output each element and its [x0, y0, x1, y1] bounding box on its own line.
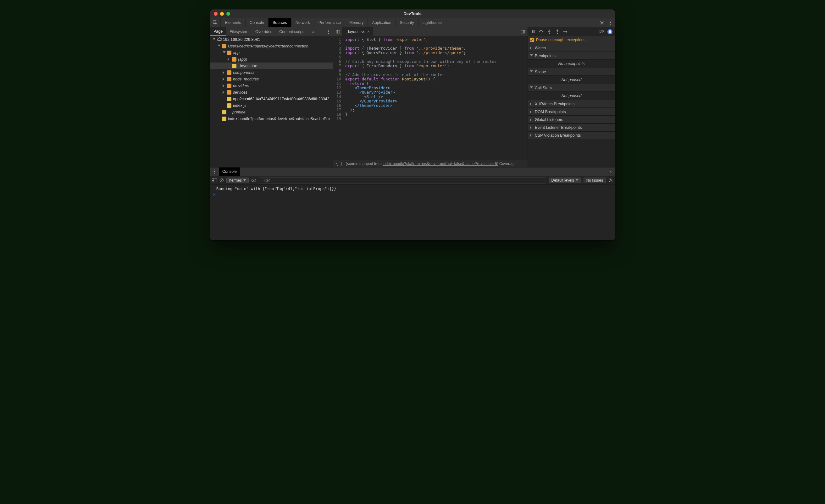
issues-button[interactable]: No Issues: [584, 177, 606, 183]
svg-point-37: [610, 179, 611, 181]
tree-label: app?ctx=f63d4a7484f499117c4cf80a4d9386df…: [233, 97, 329, 101]
console-settings-icon[interactable]: [608, 178, 613, 183]
section-xhr[interactable]: XHR/fetch Breakpoints: [528, 100, 615, 108]
expand-arrow-icon[interactable]: [218, 45, 221, 48]
titlebar: DevTools: [210, 9, 615, 18]
pause-on-caught-checkbox-row[interactable]: Pause on caught exceptions: [528, 36, 615, 44]
editor-tabbar: _layout.tsx ×: [333, 27, 528, 36]
pause-on-caught-checkbox[interactable]: [530, 38, 534, 42]
drawer-close-icon[interactable]: ×: [606, 167, 615, 176]
kebab-menu-icon[interactable]: [606, 18, 615, 27]
svg-line-7: [603, 23, 603, 24]
navigator-overflow[interactable]: »: [309, 27, 318, 36]
svg-line-34: [220, 179, 223, 182]
drawer-tab-console[interactable]: Console: [219, 167, 240, 176]
source-map-link[interactable]: index.bundle?platform=ios&dev=true&hot=f…: [383, 162, 497, 166]
editor-tab-layout[interactable]: _layout.tsx ×: [343, 27, 373, 36]
svg-point-28: [564, 31, 565, 32]
expand-arrow-icon: [223, 104, 226, 107]
code-editor[interactable]: 12345678910111213141516171819 import { S…: [333, 36, 528, 160]
tree-label: index.bundle?platform=ios&dev=true&hot=f…: [228, 116, 330, 121]
subtab-filesystem[interactable]: Filesystem: [226, 27, 252, 36]
tab-lighthouse[interactable]: Lighthouse: [419, 18, 446, 27]
section-event[interactable]: Event Listener Breakpoints: [528, 123, 615, 131]
tab-memory[interactable]: Memory: [345, 18, 368, 27]
section-dom[interactable]: DOM Breakpoints: [528, 108, 615, 116]
close-tab-icon[interactable]: ×: [367, 29, 370, 34]
pause-icon[interactable]: [530, 29, 535, 34]
step-icon[interactable]: [563, 29, 568, 34]
file-tree[interactable]: 192.168.86.229:8081Users/cedric/Projects…: [210, 36, 333, 167]
section-watch[interactable]: Watch: [528, 44, 615, 52]
tree-folder[interactable]: app: [210, 49, 333, 56]
tree-file[interactable]: index.js: [210, 102, 333, 109]
tree-file[interactable]: index.bundle?platform=ios&dev=true&hot=f…: [210, 115, 333, 122]
section-callstack[interactable]: Call Stack: [528, 84, 615, 92]
section-scope[interactable]: Scope: [528, 68, 615, 76]
tree-folder[interactable]: components: [210, 69, 333, 76]
tree-folder[interactable]: providers: [210, 82, 333, 89]
tab-performance[interactable]: Performance: [314, 18, 346, 27]
tab-sources[interactable]: Sources: [269, 18, 291, 27]
step-over-icon[interactable]: [539, 29, 544, 34]
folder-icon: [227, 84, 231, 88]
expand-arrow-icon[interactable]: [223, 84, 226, 87]
section-breakpoints[interactable]: Breakpoints: [528, 52, 615, 60]
console-filter-input[interactable]: [259, 177, 546, 183]
tab-security[interactable]: Security: [396, 18, 419, 27]
tree-folder[interactable]: Users/cedric/Projects/bycedric/techconne…: [210, 43, 333, 49]
expand-arrow-icon[interactable]: [223, 91, 226, 94]
execution-context-selector[interactable]: hermes: [226, 177, 249, 183]
folder-icon: [222, 44, 226, 49]
toggle-navigator-icon[interactable]: [333, 27, 343, 36]
tree-folder[interactable]: (app): [210, 56, 333, 63]
drawer-kebab-icon[interactable]: [210, 167, 219, 176]
toggle-debugger-icon[interactable]: [518, 27, 528, 36]
pause-exceptions-icon[interactable]: [607, 29, 612, 34]
svg-line-43: [612, 181, 612, 182]
subtab-page[interactable]: Page: [210, 27, 226, 36]
log-level-selector[interactable]: Default levels: [549, 177, 581, 183]
tree-file[interactable]: __prelude__: [210, 109, 333, 115]
expand-arrow-icon[interactable]: [223, 78, 226, 81]
code-content[interactable]: import { Slot } from 'expo-router';impor…: [343, 36, 528, 160]
deactivate-breakpoints-icon[interactable]: [599, 29, 604, 34]
settings-gear-icon[interactable]: [597, 18, 606, 27]
navigator-kebab-icon[interactable]: [324, 27, 333, 36]
expand-arrow-icon: [223, 97, 226, 100]
tree-label: (app): [238, 57, 247, 62]
file-icon: [227, 103, 231, 108]
tree-folder[interactable]: node_modules: [210, 76, 333, 82]
step-out-icon[interactable]: [555, 29, 560, 34]
tree-origin[interactable]: 192.168.86.229:8081: [210, 36, 333, 43]
pretty-print-icon[interactable]: { }: [336, 162, 343, 166]
subtab-content-scripts[interactable]: Content scripts: [276, 27, 309, 36]
subtab-overrides[interactable]: Overrides: [252, 27, 276, 36]
section-global[interactable]: Global Listeners: [528, 116, 615, 123]
toggle-sidebar-icon[interactable]: ▸: [212, 178, 217, 182]
svg-point-31: [214, 171, 215, 172]
debugger-toolbar: [528, 27, 615, 36]
section-csp[interactable]: CSP Violation Breakpoints: [528, 131, 615, 139]
pause-on-caught-label: Pause on caught exceptions: [536, 38, 585, 42]
expand-arrow-icon[interactable]: [223, 51, 226, 54]
tree-folder[interactable]: services: [210, 89, 333, 95]
console-prompt-line[interactable]: >: [213, 192, 612, 197]
step-into-icon[interactable]: [547, 29, 552, 34]
svg-line-44: [609, 181, 610, 182]
main-tabs: ElementsConsoleSourcesNetworkPerformance…: [210, 18, 615, 27]
console-output[interactable]: Running "main" with {"rootTag":41,"initi…: [210, 185, 615, 240]
tab-elements[interactable]: Elements: [221, 18, 245, 27]
tab-application[interactable]: Application: [368, 18, 395, 27]
svg-point-36: [253, 180, 254, 181]
clear-console-icon[interactable]: [219, 178, 224, 183]
expand-arrow-icon[interactable]: [213, 38, 216, 41]
inspect-element-icon[interactable]: [210, 18, 221, 27]
tree-file[interactable]: app?ctx=f63d4a7484f499117c4cf80a4d9386df…: [210, 95, 333, 102]
tab-network[interactable]: Network: [291, 18, 314, 27]
live-expression-icon[interactable]: [251, 178, 256, 182]
expand-arrow-icon[interactable]: [228, 58, 231, 61]
expand-arrow-icon[interactable]: [223, 71, 226, 74]
tab-console[interactable]: Console: [245, 18, 269, 27]
tree-file[interactable]: _layout.tsx: [210, 63, 333, 69]
